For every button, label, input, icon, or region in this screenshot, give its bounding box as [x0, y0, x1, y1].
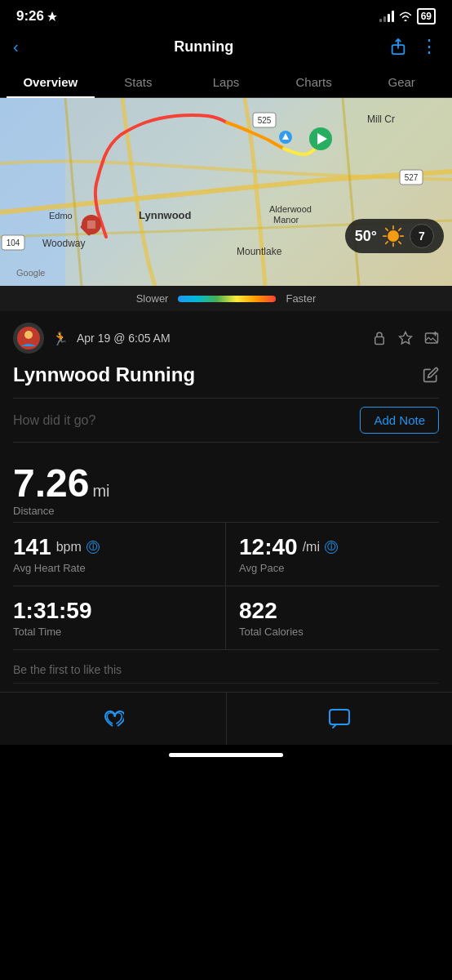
activity-title-row: Lynnwood Running — [13, 363, 439, 386]
heart-rate-value-row: 141 bpm ⓘ — [13, 534, 212, 560]
activity-title: Lynnwood Running — [13, 363, 195, 386]
back-button[interactable]: ‹ — [13, 38, 19, 56]
svg-text:Lynnwood: Lynnwood — [139, 209, 192, 221]
avg-pace-value-row: 12:40 /mi ⓘ — [239, 534, 439, 560]
location-icon — [47, 11, 57, 21]
total-time-stat: 1:31:59 Total Time — [13, 586, 226, 650]
svg-text:Mountlake: Mountlake — [237, 246, 282, 257]
svg-point-35 — [24, 331, 33, 339]
wifi-icon — [399, 11, 412, 21]
status-icons: 69 — [379, 8, 436, 24]
status-time: 9:26 — [16, 8, 57, 24]
bottom-action-bar — [0, 692, 452, 745]
tab-stats[interactable]: Stats — [95, 67, 183, 97]
stats-grid: 141 bpm ⓘ Avg Heart Rate 12:40 /mi ⓘ Avg… — [13, 523, 439, 650]
nav-right: ⋮ — [389, 36, 439, 57]
home-bar — [169, 753, 283, 757]
battery-level: 69 — [421, 11, 432, 22]
svg-text:Alderwood: Alderwood — [269, 204, 312, 214]
svg-line-31 — [399, 242, 401, 243]
avg-pace-label: Avg Pace — [239, 562, 439, 574]
svg-line-33 — [386, 242, 388, 243]
svg-text:Edmo: Edmo — [49, 211, 73, 220]
nav-left: ‹ — [13, 38, 19, 56]
lock-icon — [372, 331, 387, 345]
photo-icon[interactable] — [424, 331, 439, 345]
avg-pace-unit: /mi — [303, 540, 320, 555]
run-icon: 🏃 — [52, 331, 69, 346]
total-calories-value: 822 — [239, 598, 277, 624]
svg-line-30 — [386, 229, 388, 230]
heart-icon — [101, 707, 124, 730]
map-view[interactable]: Lynnwood Alderwood Manor Edmo Woodway Mo… — [0, 98, 452, 286]
tab-charts[interactable]: Charts — [270, 67, 358, 97]
svg-text:Woodway: Woodway — [42, 238, 85, 249]
tab-laps[interactable]: Laps — [182, 67, 270, 97]
total-time-value: 1:31:59 — [13, 598, 92, 624]
distance-stat: 7.26mi Distance — [13, 456, 439, 523]
distance-unit: mi — [92, 482, 109, 500]
svg-text:527: 527 — [405, 173, 419, 182]
svg-point-25 — [388, 230, 399, 242]
add-note-button[interactable]: Add Note — [360, 407, 439, 434]
avg-pace-info-icon[interactable]: ⓘ — [325, 541, 338, 554]
distance-value-row: 7.26mi — [13, 464, 439, 503]
svg-text:525: 525 — [258, 116, 272, 125]
wind-speed: 7 — [410, 224, 434, 248]
heart-rate-unit: bpm — [56, 540, 82, 555]
heart-rate-info-icon[interactable]: ⓘ — [86, 541, 100, 554]
battery-indicator: 69 — [417, 8, 436, 24]
avatar — [13, 323, 44, 354]
tab-bar: Overview Stats Laps Charts Gear — [0, 67, 452, 98]
speed-gradient-bar — [178, 296, 276, 302]
speed-legend: Slower Faster — [0, 286, 452, 311]
tab-gear[interactable]: Gear — [357, 67, 445, 97]
svg-rect-36 — [375, 337, 384, 345]
weather-badge: 50° 7 — [345, 219, 444, 253]
avatar-image — [17, 327, 40, 350]
star-icon[interactable] — [398, 331, 413, 345]
status-bar: 9:26 69 — [0, 0, 452, 29]
activity-info: 🏃 Apr 19 @ 6:05 AM Lynnwood Running — [0, 311, 452, 692]
top-nav: ‹ Running ⋮ — [0, 29, 452, 67]
like-section: Be the first to like this — [13, 650, 439, 684]
distance-label: Distance — [13, 505, 439, 517]
time-display: 9:26 — [16, 8, 44, 24]
total-time-label: Total Time — [13, 626, 212, 638]
heart-rate-value: 141 — [13, 534, 51, 560]
svg-text:104: 104 — [7, 238, 20, 247]
activity-meta-row: 🏃 Apr 19 @ 6:05 AM — [13, 323, 439, 354]
svg-rect-1 — [0, 98, 65, 286]
slower-label: Slower — [136, 292, 169, 305]
comment-icon — [328, 707, 351, 730]
temperature-display: 50° — [355, 228, 377, 245]
svg-rect-40 — [330, 710, 349, 724]
note-placeholder[interactable]: How did it go? — [13, 413, 95, 428]
map-background: Lynnwood Alderwood Manor Edmo Woodway Mo… — [0, 98, 452, 286]
svg-line-32 — [399, 229, 401, 230]
share-button[interactable] — [389, 38, 407, 56]
total-time-value-row: 1:31:59 — [13, 598, 212, 624]
tab-overview[interactable]: Overview — [7, 67, 95, 97]
faster-label: Faster — [286, 292, 316, 305]
heart-rate-label: Avg Heart Rate — [13, 562, 212, 574]
like-button[interactable] — [0, 693, 227, 745]
svg-text:Manor: Manor — [273, 215, 299, 225]
heart-rate-stat: 141 bpm ⓘ Avg Heart Rate — [13, 523, 226, 586]
svg-rect-20 — [87, 220, 95, 229]
total-calories-label: Total Calories — [239, 626, 439, 638]
sun-icon — [382, 225, 405, 247]
distance-value: 7.26 — [13, 461, 89, 505]
avg-pace-value: 12:40 — [239, 534, 298, 560]
avg-pace-stat: 12:40 /mi ⓘ Avg Pace — [226, 523, 439, 586]
like-text: Be the first to like this — [13, 663, 122, 676]
total-calories-value-row: 822 — [239, 598, 439, 624]
note-row: How did it go? Add Note — [13, 398, 439, 443]
more-button[interactable]: ⋮ — [420, 36, 439, 57]
svg-text:Mill Cr: Mill Cr — [367, 114, 395, 125]
comment-button[interactable] — [227, 693, 453, 745]
meta-action-icons — [372, 331, 439, 345]
home-indicator — [0, 745, 452, 773]
signal-bars — [379, 11, 394, 22]
edit-button[interactable] — [423, 367, 439, 383]
